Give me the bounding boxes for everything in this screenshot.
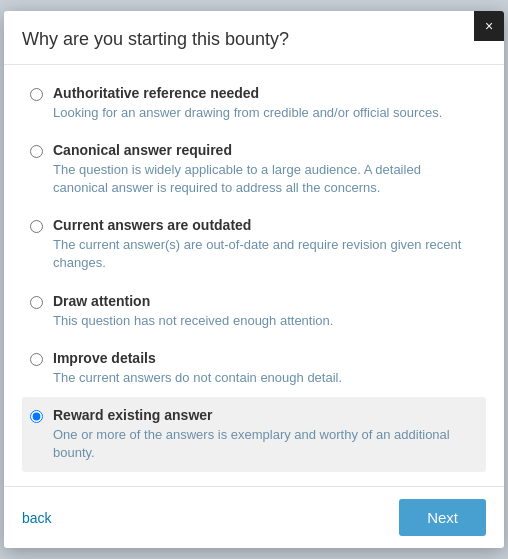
option-content-authoritative: Authoritative reference neededLooking fo… bbox=[53, 85, 442, 122]
option-label-attention: Draw attention bbox=[53, 293, 333, 309]
option-row-reward[interactable]: Reward existing answerOne or more of the… bbox=[22, 397, 486, 472]
radio-canonical[interactable] bbox=[30, 145, 43, 158]
option-row-attention[interactable]: Draw attentionThis question has not rece… bbox=[22, 283, 486, 340]
option-label-authoritative: Authoritative reference needed bbox=[53, 85, 442, 101]
next-button[interactable]: Next bbox=[399, 499, 486, 536]
back-button[interactable]: back bbox=[22, 510, 52, 526]
option-desc-attention: This question has not received enough at… bbox=[53, 312, 333, 330]
option-label-improve: Improve details bbox=[53, 350, 342, 366]
option-desc-improve: The current answers do not contain enoug… bbox=[53, 369, 342, 387]
option-content-reward: Reward existing answerOne or more of the… bbox=[53, 407, 478, 462]
radio-improve[interactable] bbox=[30, 353, 43, 366]
radio-attention[interactable] bbox=[30, 296, 43, 309]
option-label-outdated: Current answers are outdated bbox=[53, 217, 478, 233]
dialog-title: Why are you starting this bounty? bbox=[22, 29, 464, 50]
radio-authoritative[interactable] bbox=[30, 88, 43, 101]
option-row-outdated[interactable]: Current answers are outdatedThe current … bbox=[22, 207, 486, 282]
option-content-canonical: Canonical answer requiredThe question is… bbox=[53, 142, 478, 197]
option-row-authoritative[interactable]: Authoritative reference neededLooking fo… bbox=[22, 75, 486, 132]
radio-reward[interactable] bbox=[30, 410, 43, 423]
option-content-improve: Improve detailsThe current answers do no… bbox=[53, 350, 342, 387]
option-label-reward: Reward existing answer bbox=[53, 407, 478, 423]
option-row-canonical[interactable]: Canonical answer requiredThe question is… bbox=[22, 132, 486, 207]
option-content-attention: Draw attentionThis question has not rece… bbox=[53, 293, 333, 330]
close-button[interactable]: × bbox=[474, 11, 504, 41]
bounty-dialog: Why are you starting this bounty? × Auth… bbox=[4, 11, 504, 549]
radio-outdated[interactable] bbox=[30, 220, 43, 233]
option-desc-canonical: The question is widely applicable to a l… bbox=[53, 161, 478, 197]
option-content-outdated: Current answers are outdatedThe current … bbox=[53, 217, 478, 272]
dialog-header: Why are you starting this bounty? × bbox=[4, 11, 504, 65]
option-row-improve[interactable]: Improve detailsThe current answers do no… bbox=[22, 340, 486, 397]
option-desc-outdated: The current answer(s) are out-of-date an… bbox=[53, 236, 478, 272]
option-desc-reward: One or more of the answers is exemplary … bbox=[53, 426, 478, 462]
dialog-footer: back Next bbox=[4, 486, 504, 548]
option-desc-authoritative: Looking for an answer drawing from credi… bbox=[53, 104, 442, 122]
dialog-body: Authoritative reference neededLooking fo… bbox=[4, 65, 504, 483]
option-label-canonical: Canonical answer required bbox=[53, 142, 478, 158]
